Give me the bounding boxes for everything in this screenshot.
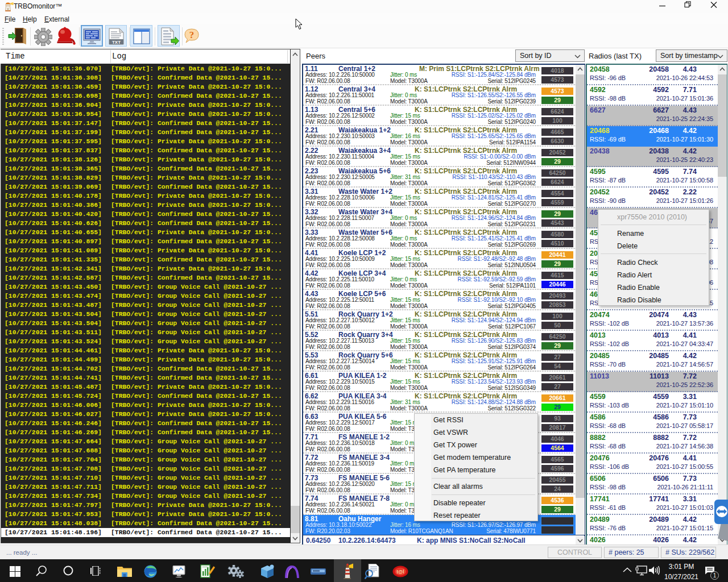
svg-text:t@l: t@l	[396, 569, 404, 575]
svg-text:?: ?	[189, 30, 195, 40]
svg-text:TXT: TXT	[112, 40, 121, 45]
